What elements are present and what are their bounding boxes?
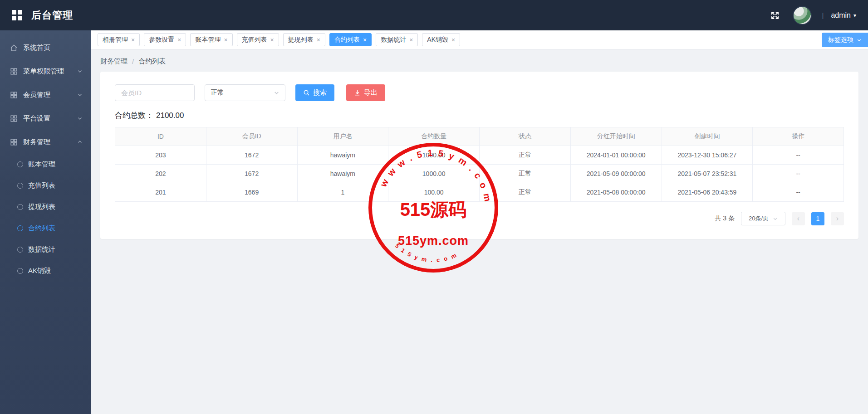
close-icon[interactable]: × (451, 37, 455, 43)
sidebar-item-label: 提现列表 (28, 203, 83, 211)
table-row: 202 1672 hawaiym 1000.00 正常 2021-05-09 0… (115, 165, 844, 183)
sidebar-item-home[interactable]: 系统首页 (0, 36, 91, 59)
close-icon[interactable]: × (363, 37, 367, 43)
grid-icon (10, 115, 18, 122)
cell-status: 正常 (480, 146, 571, 165)
tab-album[interactable]: 相册管理 × (98, 33, 140, 46)
page-number-button[interactable]: 1 (811, 212, 824, 225)
download-icon (354, 89, 361, 96)
status-select[interactable]: 正常 (205, 84, 285, 101)
tab-params[interactable]: 参数设置 × (144, 33, 186, 46)
avatar[interactable] (793, 6, 812, 25)
sidebar-item-label: 数据统计 (28, 245, 83, 254)
cell-dividend-start: 2021-05-08 00:00:00 (570, 183, 662, 202)
cell-member-id: 1669 (206, 183, 297, 202)
close-icon[interactable]: × (224, 37, 227, 43)
sidebar-item-label: 充值列表 (28, 181, 83, 190)
tab-label: 账本管理 (195, 36, 221, 44)
status-select-value: 正常 (211, 88, 224, 97)
tab-recharge[interactable]: 充值列表 × (237, 33, 279, 46)
app-logo-icon (12, 10, 22, 20)
sidebar-item-members[interactable]: 会员管理 (0, 83, 91, 107)
search-icon (303, 89, 310, 96)
cell-actions: -- (753, 183, 844, 202)
cell-username: hawaiym (297, 146, 388, 165)
app-title: 后台管理 (31, 9, 73, 22)
tab-contract[interactable]: 合约列表 × (329, 33, 372, 46)
sidebar-item-label: 合约列表 (28, 224, 83, 233)
sidebar-item-platform[interactable]: 平台设置 (0, 107, 91, 130)
search-button[interactable]: 搜索 (295, 84, 334, 101)
sidebar-item-ak-destroy[interactable]: AK销毁 (0, 260, 91, 282)
cell-created: 2023-12-30 15:06:27 (662, 146, 753, 165)
export-button[interactable]: 导出 (346, 84, 385, 101)
tab-label: 数据统计 (381, 36, 406, 44)
sidebar-item-label: 账本管理 (28, 160, 83, 169)
username-label: admin (831, 11, 851, 19)
chevron-down-icon (773, 216, 778, 221)
cell-created: 2021-05-06 20:43:59 (662, 183, 753, 202)
prev-page-button[interactable]: ‹ (792, 212, 805, 225)
tab-label: AK销毁 (427, 36, 448, 44)
sidebar-item-withdraw-list[interactable]: 提现列表 (0, 196, 91, 218)
table-row: 203 1672 hawaiym 1000.00 正常 2024-01-01 0… (115, 146, 844, 165)
grid-icon (10, 68, 18, 75)
breadcrumb: 财务管理 / 合约列表 (91, 49, 868, 72)
export-button-label: 导出 (364, 88, 378, 97)
tab-label: 合约列表 (334, 36, 360, 44)
user-menu[interactable]: admin ▾ (831, 11, 856, 19)
tab-label: 参数设置 (149, 36, 174, 44)
sidebar-item-label: AK销毁 (28, 267, 83, 275)
close-icon[interactable]: × (270, 37, 274, 43)
sidebar-item-ledger[interactable]: 账本管理 (0, 154, 91, 175)
sidebar-item-finance[interactable]: 财务管理 (0, 130, 91, 154)
breadcrumb-item-current: 合约列表 (138, 57, 166, 66)
sidebar-item-label: 平台设置 (23, 114, 77, 123)
page-size-select[interactable]: 20条/页 (741, 212, 785, 225)
tab-statistics[interactable]: 数据统计 × (376, 33, 418, 46)
tag-options-button[interactable]: 标签选项 (822, 33, 868, 47)
cell-dividend-start: 2021-05-09 00:00:00 (570, 165, 662, 183)
cell-quantity: 1000.00 (388, 146, 480, 165)
arrow-right-icon: › (836, 214, 839, 223)
chevron-down-icon (77, 116, 83, 121)
cell-actions: -- (753, 165, 844, 183)
home-icon (10, 44, 18, 52)
radio-icon (17, 225, 23, 231)
member-id-input[interactable] (115, 84, 195, 101)
col-username: 用户名 (297, 127, 388, 146)
grid-icon (10, 91, 18, 99)
sidebar-item-statistics[interactable]: 数据统计 (0, 239, 91, 260)
page-content: 财务管理 / 合约列表 正常 搜索 (91, 49, 868, 414)
fullscreen-icon[interactable] (769, 10, 781, 21)
tab-label: 相册管理 (103, 36, 128, 44)
close-icon[interactable]: × (177, 37, 181, 43)
breadcrumb-item[interactable]: 财务管理 (100, 57, 128, 66)
next-page-button[interactable]: › (831, 212, 844, 225)
sidebar-item-contract-list[interactable]: 合约列表 (0, 218, 91, 239)
page-size-value: 20条/页 (749, 214, 769, 223)
main-area: 相册管理 × 参数设置 × 账本管理 × 充值列表 × 提现列表 × 合约列表 … (91, 30, 868, 414)
col-created: 创建时间 (662, 127, 753, 146)
tab-ledger[interactable]: 账本管理 × (190, 33, 232, 46)
close-icon[interactable]: × (317, 37, 320, 43)
cell-status: 正常 (480, 165, 571, 183)
cell-member-id: 1672 (206, 146, 297, 165)
pagination-total: 共 3 条 (715, 214, 735, 223)
contract-total-label: 合约总数： (115, 111, 153, 120)
sidebar-item-menu-permissions[interactable]: 菜单权限管理 (0, 59, 91, 83)
finance-submenu: 账本管理 充值列表 提现列表 合约列表 数据统计 AK销毁 (0, 154, 91, 282)
tab-withdraw[interactable]: 提现列表 × (283, 33, 325, 46)
tab-ak-destroy[interactable]: AK销毁 × (422, 33, 460, 46)
sidebar-item-recharge-list[interactable]: 充值列表 (0, 175, 91, 196)
sidebar-item-label: 菜单权限管理 (23, 67, 77, 76)
cell-quantity: 100.00 (388, 183, 480, 202)
contract-list-card: 正常 搜索 导出 合约总数：2100.00 (100, 72, 858, 239)
close-icon[interactable]: × (131, 37, 135, 43)
chevron-down-icon (857, 38, 862, 43)
col-member-id: 会员ID (206, 127, 297, 146)
table-row: 201 1669 1 100.00 正常 2021-05-08 00:00:00… (115, 183, 844, 202)
filter-bar: 正常 搜索 导出 (115, 84, 844, 101)
close-icon[interactable]: × (409, 37, 413, 43)
cell-id: 201 (115, 183, 206, 202)
